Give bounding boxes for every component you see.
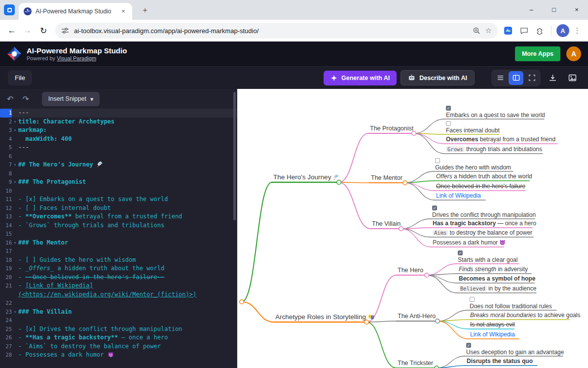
map-node-circle[interactable] bbox=[240, 300, 244, 304]
download-button[interactable] bbox=[545, 71, 560, 85]
split-view-button[interactable] bbox=[509, 71, 523, 85]
editor-line[interactable]: 7▾## The Hero's Journey bbox=[0, 161, 237, 169]
editor-line[interactable]: 6 bbox=[0, 152, 237, 161]
editor-line[interactable]: 10 bbox=[0, 187, 237, 196]
editor-line[interactable]: 20- ~~Once believed in the hero's failur… bbox=[0, 273, 237, 282]
bookmark-star-icon[interactable]: ☆ bbox=[485, 26, 492, 35]
map-node[interactable]: Offers a hidden truth about the world bbox=[436, 173, 532, 180]
map-node-circle[interactable] bbox=[425, 273, 429, 278]
insert-snippet-button[interactable]: Insert Snippet ▾ bbox=[42, 92, 100, 106]
map-node[interactable]: Overcomes betrayal from a trusted friend bbox=[446, 136, 555, 143]
map-node-circle[interactable] bbox=[435, 366, 439, 368]
map-node[interactable]: Grows through trials and tribulations bbox=[446, 146, 542, 153]
editor-line[interactable]: 24 bbox=[0, 316, 237, 325]
map-node-circle[interactable] bbox=[436, 319, 440, 324]
editor-line[interactable]: (<https://en.wikipedia.org/wiki/Mentor_(… bbox=[0, 290, 237, 299]
editor-line[interactable]: 21- [Link of Wikipedia] bbox=[0, 282, 237, 290]
map-node[interactable]: Link of Wikipedia bbox=[470, 331, 515, 338]
tab-close-icon[interactable]: × bbox=[119, 7, 127, 15]
browser-workspace-icon[interactable] bbox=[4, 4, 15, 15]
editor-line[interactable]: 8 bbox=[0, 169, 237, 178]
map-node[interactable]: The Mentor bbox=[371, 174, 403, 182]
browser-tab[interactable]: AI-Powered Markmap Studio × bbox=[19, 3, 132, 20]
maximize-button[interactable]: □ bbox=[543, 6, 565, 13]
browser-profile-avatar[interactable]: A bbox=[556, 24, 569, 37]
extensions-puzzle-icon[interactable] bbox=[533, 24, 546, 37]
markmap-panel[interactable]: The Hero's Journey Archetype Roles in St… bbox=[237, 89, 588, 368]
map-node[interactable]: Does not follow traditional rules bbox=[470, 297, 552, 310]
fold-caret-icon[interactable]: ▾ bbox=[12, 118, 18, 126]
editor-line[interactable]: 18- [ ] Guides the hero with wisdom bbox=[0, 256, 237, 265]
new-tab-button[interactable]: + bbox=[139, 5, 151, 15]
map-node[interactable]: Breaks moral boundaries to achieve goals bbox=[470, 312, 580, 319]
map-node[interactable]: ✓Embarks on a quest to save the world bbox=[446, 106, 545, 119]
map-node[interactable]: Archetype Roles in Storytelling bbox=[275, 313, 374, 321]
more-apps-button[interactable]: More Apps bbox=[515, 46, 560, 61]
redo-button[interactable]: ↷ bbox=[22, 94, 29, 104]
fold-caret-icon[interactable]: ▾ bbox=[12, 161, 18, 169]
fold-caret-icon[interactable]: ▾ bbox=[12, 178, 18, 187]
site-settings-icon[interactable] bbox=[61, 27, 69, 35]
editor-line[interactable]: 3▾markmap: bbox=[0, 126, 237, 135]
fold-caret-icon[interactable]: ▾ bbox=[12, 308, 18, 317]
map-node[interactable]: Finds strength in adversity bbox=[459, 266, 528, 273]
fold-caret-icon[interactable]: ▾ bbox=[12, 239, 18, 247]
url-text[interactable]: ai-toolbox.visual-paradigm.com/app/ai-po… bbox=[74, 27, 468, 35]
map-node[interactable]: The Hero's Journey bbox=[273, 173, 339, 181]
map-node[interactable]: Once believed in the hero's failure bbox=[436, 183, 525, 190]
url-bar[interactable]: ai-toolbox.visual-paradigm.com/app/ai-po… bbox=[55, 23, 498, 39]
editor-line[interactable]: 27- `Aims` to destroy the balance of pow… bbox=[0, 342, 237, 351]
editor-line[interactable]: 22 bbox=[0, 299, 237, 308]
minimize-button[interactable]: – bbox=[520, 6, 543, 13]
map-node[interactable]: The Anti-Hero bbox=[398, 313, 436, 320]
app-avatar[interactable]: A bbox=[566, 46, 581, 61]
map-node[interactable]: Becomes a symbol of hope bbox=[459, 275, 535, 282]
reload-button[interactable]: ↻ bbox=[36, 23, 51, 39]
editor-scrollbar[interactable] bbox=[233, 92, 236, 220]
wikipedia-link[interactable]: Link of Wikipedia bbox=[470, 331, 515, 338]
editor-line[interactable]: 5--- bbox=[0, 143, 237, 152]
generate-with-ai-button[interactable]: Generate with AI bbox=[324, 71, 397, 85]
map-node[interactable]: Has a tragic backstory — once a hero bbox=[433, 220, 536, 227]
forward-button[interactable]: → bbox=[20, 23, 36, 39]
editor-line[interactable]: 2▾title: Character Archetypes bbox=[0, 118, 237, 126]
undo-button[interactable]: ↶ bbox=[7, 94, 13, 104]
back-button[interactable]: ← bbox=[4, 23, 20, 39]
zoom-icon[interactable] bbox=[473, 27, 480, 35]
map-node[interactable]: Link of Wikipedia bbox=[436, 192, 481, 199]
editor-line[interactable]: 12- [ ] Faces internal doubt bbox=[0, 204, 237, 213]
map-node[interactable]: The Villain bbox=[372, 220, 401, 228]
editor-line[interactable]: 16▾### The Mentor bbox=[0, 239, 237, 247]
editor-line[interactable]: 17 bbox=[0, 247, 237, 256]
editor-line[interactable]: 28- Possesses a dark humor bbox=[0, 351, 237, 360]
map-node[interactable]: ✓Starts with a clear goal bbox=[458, 250, 517, 263]
describe-with-ai-button[interactable]: Describe with AI bbox=[401, 70, 475, 85]
browser-menu-icon[interactable]: ⋮ bbox=[572, 26, 582, 35]
wikipedia-link[interactable]: Link of Wikipedia bbox=[436, 192, 481, 199]
map-node[interactable]: Aims to destroy the balance of power bbox=[433, 229, 532, 236]
code-editor[interactable]: 1---2▾title: Character Archetypes3▾markm… bbox=[0, 109, 237, 360]
editor-line[interactable]: 23▾### The Villain bbox=[0, 308, 237, 317]
fullscreen-view-button[interactable] bbox=[524, 71, 539, 85]
map-node[interactable]: Disrupts the status quo bbox=[467, 358, 533, 365]
editor-line[interactable]: 19- _Offers_ a hidden truth about the wo… bbox=[0, 264, 237, 273]
editor-line[interactable]: 26- **Has a tragic backstory** — once a … bbox=[0, 333, 237, 342]
map-node[interactable]: Faces internal doubt bbox=[446, 121, 500, 134]
editor-line[interactable]: 1--- bbox=[0, 109, 237, 118]
extension-icon-blue[interactable] bbox=[502, 24, 514, 37]
editor-line[interactable]: 9▾### The Protagonist bbox=[0, 178, 237, 187]
close-button[interactable]: × bbox=[565, 6, 588, 13]
map-node-circle[interactable] bbox=[403, 181, 407, 185]
editor-line[interactable]: 14- `Grows` through trials and tribulati… bbox=[0, 221, 237, 230]
file-menu-button[interactable]: File bbox=[8, 70, 32, 85]
editor-line[interactable]: 25- [x] Drives the conflict through mani… bbox=[0, 325, 237, 334]
editor-line[interactable]: 13- **Overcomes** betrayal from a truste… bbox=[0, 212, 237, 221]
editor-line[interactable]: 11- [x] Embarks on a quest to save the w… bbox=[0, 195, 237, 204]
map-node[interactable]: The Trickster bbox=[398, 360, 433, 367]
map-node[interactable]: Believed in by the audience bbox=[459, 285, 536, 292]
editor-line[interactable]: 15 bbox=[0, 230, 237, 239]
map-node[interactable]: ✓Drives the conflict through manipulatio… bbox=[432, 205, 536, 218]
map-node[interactable]: Possesses a dark humor bbox=[433, 239, 506, 246]
editor-line[interactable]: 4 maxWidth: 400 bbox=[0, 135, 237, 144]
fold-caret-icon[interactable]: ▾ bbox=[12, 126, 18, 135]
